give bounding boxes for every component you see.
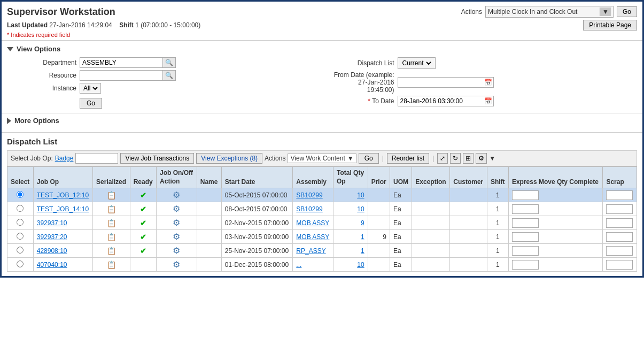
badge-link[interactable]: Badge (55, 155, 74, 162)
scrap-input-5[interactable] (606, 260, 633, 270)
cell-scrap[interactable] (603, 216, 637, 230)
col-serialized: Serialized (93, 167, 130, 188)
resource-search-icon[interactable]: 🔍 (162, 71, 175, 80)
toolbar-go-button[interactable]: Go (359, 153, 379, 164)
refresh-icon-button[interactable]: ↻ (450, 153, 461, 164)
assembly-link-5[interactable]: ... (296, 261, 301, 269)
row-radio-1[interactable] (17, 205, 24, 212)
qty-link-1[interactable]: 10 (357, 205, 364, 213)
cell-scrap[interactable] (603, 202, 637, 216)
cell-scrap[interactable] (603, 258, 637, 272)
header: Supervisor Workstation Actions Multiple … (2, 2, 642, 41)
department-search-icon[interactable]: 🔍 (162, 58, 175, 67)
qty-link-2[interactable]: 9 (361, 219, 364, 227)
instance-select[interactable]: All (81, 84, 99, 93)
serialized-icon: 📋 (107, 233, 116, 241)
job-op-link-0[interactable]: TEST_JOB_12:10 (37, 191, 89, 199)
cell-scrap[interactable] (603, 244, 637, 258)
job-op-link-4[interactable]: 428908:10 (37, 247, 67, 255)
cell-express-qty[interactable] (508, 202, 603, 216)
qty-link-3[interactable]: 1 (361, 233, 364, 241)
to-date-input[interactable] (398, 96, 483, 106)
cell-select[interactable] (7, 244, 34, 258)
scrap-input-4[interactable] (606, 246, 633, 256)
job-op-link-2[interactable]: 392937:10 (37, 219, 67, 227)
cell-select[interactable] (7, 230, 34, 244)
toolbar-more-icon[interactable]: ▼ (489, 155, 495, 162)
qty-link-5[interactable]: 10 (357, 261, 364, 269)
row-radio-5[interactable] (17, 260, 24, 267)
actions-dropdown[interactable]: Multiple Clock In and Clock Out ▼ (485, 6, 614, 18)
resource-input[interactable] (80, 71, 162, 80)
cell-exception (412, 258, 450, 272)
assembly-link-2[interactable]: MOB ASSY (296, 219, 329, 227)
cell-select[interactable] (7, 258, 34, 272)
job-action-icon[interactable]: ⚙ (173, 204, 180, 213)
express-qty-input-5[interactable] (512, 260, 539, 270)
cell-express-qty[interactable] (508, 258, 603, 272)
export-icon-button[interactable]: ⊞ (463, 153, 474, 164)
qty-link-4[interactable]: 1 (361, 247, 364, 255)
view-work-content-dropdown[interactable]: View Work Content ▼ (288, 154, 356, 163)
express-qty-input-1[interactable] (512, 204, 539, 214)
expand-icon-button[interactable]: ⤢ (437, 153, 448, 164)
assembly-link-3[interactable]: MOB ASSY (296, 233, 329, 241)
job-op-link-5[interactable]: 407040:10 (37, 261, 67, 269)
cell-ready: ✔ (130, 244, 156, 258)
row-radio-0[interactable] (17, 191, 24, 198)
cell-select[interactable] (7, 216, 34, 230)
row-radio-4[interactable] (17, 247, 24, 254)
cell-express-qty[interactable] (508, 244, 603, 258)
actions-dropdown-arrow-icon[interactable]: ▼ (600, 7, 611, 16)
scrap-input-2[interactable] (606, 218, 633, 228)
cell-scrap[interactable] (603, 188, 637, 202)
scrap-input-1[interactable] (606, 204, 633, 214)
express-qty-input-3[interactable] (512, 232, 539, 242)
assembly-link-0[interactable]: SB10299 (296, 191, 322, 199)
more-options-toggle[interactable]: More Options (7, 117, 637, 125)
printable-page-button[interactable]: Printable Page (583, 20, 637, 30)
job-action-icon[interactable]: ⚙ (173, 260, 180, 269)
view-options-toggle[interactable]: View Options (7, 45, 637, 53)
department-input[interactable] (80, 58, 162, 67)
assembly-link-1[interactable]: SB10299 (296, 205, 322, 213)
express-qty-input-0[interactable] (512, 190, 539, 200)
settings-icon-button[interactable]: ⚙ (476, 153, 487, 164)
view-work-dropdown-arrow-icon[interactable]: ▼ (347, 155, 354, 162)
scrap-input-0[interactable] (606, 190, 633, 200)
row-radio-2[interactable] (17, 219, 24, 226)
dispatch-list-select[interactable]: Current (400, 59, 433, 67)
cell-assembly: RP_ASSY (293, 244, 333, 258)
from-date-input[interactable] (398, 78, 483, 87)
header-go-button[interactable]: Go (617, 6, 637, 17)
job-action-icon[interactable]: ⚙ (173, 218, 180, 227)
from-date-calendar-icon[interactable]: 📅 (483, 78, 493, 87)
job-action-icon[interactable]: ⚙ (173, 246, 180, 255)
row-radio-3[interactable] (17, 233, 24, 240)
to-date-calendar-icon[interactable]: 📅 (483, 96, 493, 106)
job-action-icon[interactable]: ⚙ (173, 232, 180, 241)
from-date-row: From Date (example: 27-Jan-2016 19:45:00… (330, 71, 638, 94)
view-job-transactions-button[interactable]: View Job Transactions (120, 153, 194, 164)
cell-exception (412, 230, 450, 244)
dispatch-list-dropdown[interactable]: Current (398, 57, 436, 69)
cell-express-qty[interactable] (508, 216, 603, 230)
cell-express-qty[interactable] (508, 188, 603, 202)
job-op-link-3[interactable]: 392937:20 (37, 233, 67, 241)
qty-link-0[interactable]: 10 (357, 191, 364, 199)
job-op-link-1[interactable]: TEST_JOB_14:10 (37, 205, 89, 213)
assembly-link-4[interactable]: RP_ASSY (296, 247, 325, 255)
view-exceptions-button[interactable]: View Exceptions (8) (196, 153, 262, 164)
reorder-list-button[interactable]: Reorder list (387, 153, 429, 164)
cell-select[interactable] (7, 188, 34, 202)
badge-input[interactable] (75, 153, 118, 164)
express-qty-input-4[interactable] (512, 246, 539, 256)
view-options-go-button[interactable]: Go (80, 98, 102, 109)
instance-select-wrapper[interactable]: All (80, 83, 101, 94)
scrap-input-3[interactable] (606, 232, 633, 242)
job-action-icon[interactable]: ⚙ (173, 190, 180, 200)
cell-express-qty[interactable] (508, 230, 603, 244)
cell-select[interactable] (7, 202, 34, 216)
express-qty-input-2[interactable] (512, 218, 539, 228)
cell-scrap[interactable] (603, 230, 637, 244)
